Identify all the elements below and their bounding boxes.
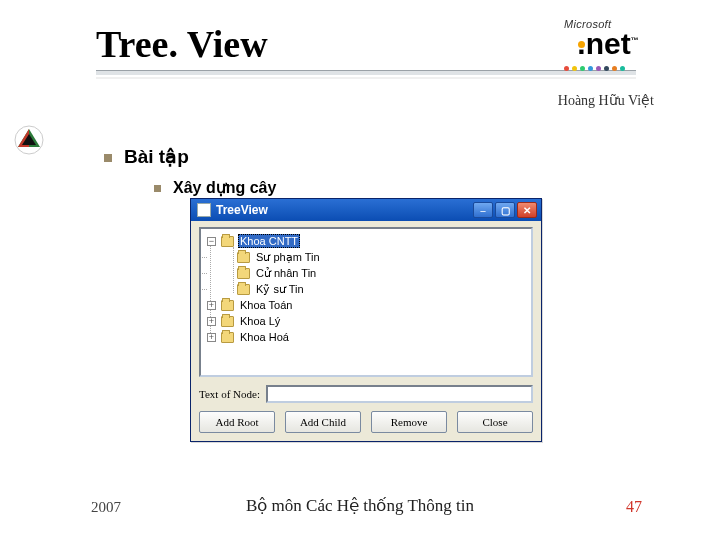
tree-node-child[interactable]: Cử nhân Tin — [207, 265, 525, 281]
maximize-button[interactable]: ▢ — [495, 202, 515, 218]
expand-icon[interactable]: + — [207, 317, 216, 326]
tree-node-root[interactable]: + Khoa Hoá — [207, 329, 525, 345]
folder-icon — [221, 332, 234, 343]
minimize-button[interactable]: – — [473, 202, 493, 218]
logo-product: .net™ — [558, 27, 658, 61]
tree-node-label[interactable]: Khoa Lý — [238, 315, 282, 327]
tree-node-label[interactable]: Kỹ sư Tin — [254, 283, 306, 296]
button-row: Add Root Add Child Remove Close — [199, 411, 533, 433]
form-body: − Khoa CNTT Sư phạm Tin Cử nhân Tin Kỹ s… — [191, 221, 541, 441]
footer-year: 2007 — [91, 499, 121, 516]
tree-node-root[interactable]: + Khoa Toán — [207, 297, 525, 313]
app-icon — [197, 203, 211, 217]
dotnet-logo: Microsoft .net™ — [558, 18, 658, 70]
tree-node-child[interactable]: Sư phạm Tin — [207, 249, 525, 265]
titlebar[interactable]: TreeView – ▢ ✕ — [191, 199, 541, 221]
tree-node-label[interactable]: Khoa Toán — [238, 299, 294, 311]
side-logo-icon — [14, 125, 44, 155]
collapse-icon[interactable]: − — [207, 237, 216, 246]
logo-color-dots — [564, 66, 625, 71]
folder-icon — [237, 252, 250, 263]
expand-icon[interactable]: + — [207, 333, 216, 342]
title-underline — [96, 70, 636, 79]
tree-node-label[interactable]: Cử nhân Tin — [254, 267, 318, 280]
add-root-button[interactable]: Add Root — [199, 411, 275, 433]
square-bullet-icon — [104, 154, 112, 162]
folder-icon — [221, 300, 234, 311]
square-bullet-icon — [154, 185, 161, 192]
bullet1-text: Bài tập — [124, 145, 189, 168]
author-name: Hoàng Hữu Việt — [558, 92, 654, 109]
slide-title: Tree. View — [96, 22, 268, 66]
winform-window: TreeView – ▢ ✕ − Khoa CNTT Sư phạm Tin — [190, 198, 542, 442]
folder-icon — [237, 284, 250, 295]
folder-icon — [221, 236, 234, 247]
expand-icon[interactable]: + — [207, 301, 216, 310]
folder-icon — [221, 316, 234, 327]
tree-node-root[interactable]: − Khoa CNTT — [207, 233, 525, 249]
tree-node-child[interactable]: Kỹ sư Tin — [207, 281, 525, 297]
footer-page-number: 47 — [626, 498, 642, 516]
tree-node-label[interactable]: Khoa Hoá — [238, 331, 291, 343]
close-button[interactable]: Close — [457, 411, 533, 433]
add-child-button[interactable]: Add Child — [285, 411, 361, 433]
bullet2-text: Xây dựng cây — [173, 178, 276, 197]
bullet-level2: Xây dựng cây — [154, 178, 276, 197]
tree-node-label[interactable]: Khoa CNTT — [238, 234, 300, 248]
remove-button[interactable]: Remove — [371, 411, 447, 433]
bullet-level1: Bài tập — [104, 145, 189, 168]
text-of-node-label: Text of Node: — [199, 388, 260, 400]
tree-node-root[interactable]: + Khoa Lý — [207, 313, 525, 329]
treeview-control[interactable]: − Khoa CNTT Sư phạm Tin Cử nhân Tin Kỹ s… — [199, 227, 533, 377]
tree-node-label[interactable]: Sư phạm Tin — [254, 251, 322, 264]
footer-department: Bộ môn Các Hệ thống Thông tin — [246, 495, 474, 516]
close-window-button[interactable]: ✕ — [517, 202, 537, 218]
window-title: TreeView — [216, 203, 268, 217]
folder-icon — [237, 268, 250, 279]
text-of-node-row: Text of Node: — [199, 385, 533, 403]
text-of-node-input[interactable] — [266, 385, 533, 403]
